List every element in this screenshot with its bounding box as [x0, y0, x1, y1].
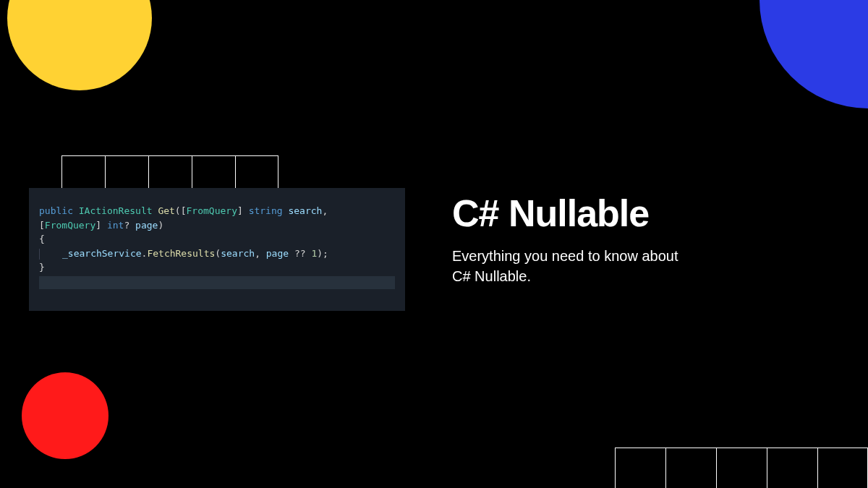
code-token: Get: [158, 205, 174, 216]
code-token: public: [39, 205, 73, 216]
grid-cell: [615, 448, 665, 488]
grid-cell: [716, 448, 767, 488]
code-token: [: [181, 205, 187, 216]
code-token: {: [39, 234, 45, 244]
code-token: FromQuery: [45, 220, 95, 231]
grid-cell: [192, 156, 235, 189]
code-token: (: [215, 248, 221, 259]
code-token: ]: [95, 220, 101, 231]
code-token: search: [221, 248, 255, 259]
code-token: search: [288, 205, 322, 216]
code-token: }: [39, 262, 45, 273]
code-token: ,: [322, 205, 328, 216]
code-token: ;: [323, 248, 328, 259]
code-token: string: [249, 205, 283, 216]
subtitle-line: Everything you need to know about: [452, 246, 678, 266]
bottom-grid-decoration: [615, 448, 868, 488]
code-token: int: [107, 220, 124, 231]
code-line-3: _searchService.FetchResults(search, page…: [39, 247, 395, 261]
grid-cell: [817, 448, 868, 488]
code-token: (: [175, 205, 181, 216]
code-line-1: public IActionResult Get([FromQuery] str…: [39, 204, 395, 232]
code-token: [: [39, 220, 45, 231]
code-token: IActionResult: [79, 205, 153, 216]
grid-cell: [61, 156, 105, 189]
grid-cell: [148, 156, 192, 189]
code-snippet: public IActionResult Get([FromQuery] str…: [29, 188, 405, 311]
grid-cell: [767, 448, 817, 488]
code-token: ??: [294, 248, 306, 259]
code-cursor-line: [39, 276, 395, 289]
grid-cell: [235, 156, 278, 189]
code-token: FetchResults: [147, 248, 215, 259]
code-token: ?: [124, 220, 129, 231]
code-token: ,: [255, 248, 260, 259]
page-title: C# Nullable: [452, 192, 649, 235]
subtitle-line: C# Nullable.: [452, 266, 678, 286]
code-line-2: {: [39, 232, 395, 247]
code-token: page: [266, 248, 289, 259]
code-token: ]: [237, 205, 243, 216]
top-grid-decoration: [61, 155, 278, 189]
code-line-4: }: [39, 260, 395, 275]
code-token: FromQuery: [187, 205, 237, 216]
code-token: _searchService: [62, 248, 142, 259]
blue-quarter-circle-decoration: [760, 0, 868, 108]
grid-cell: [105, 156, 148, 189]
page-subtitle: Everything you need to know about C# Nul…: [452, 246, 678, 286]
code-token: ): [317, 248, 323, 259]
code-token: page: [135, 220, 158, 231]
red-circle-decoration: [22, 372, 109, 459]
yellow-circle-decoration: [7, 0, 152, 90]
grid-cell: [665, 448, 716, 488]
code-token: ): [158, 220, 163, 231]
